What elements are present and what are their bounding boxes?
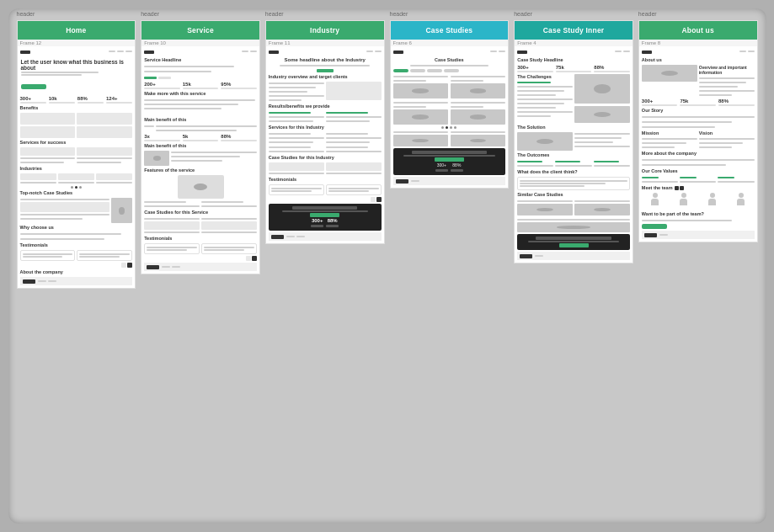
about-overview-title: Overview and important information (699, 65, 755, 75)
service-main-benefit-1: Main benefit of this (144, 117, 257, 122)
frame-case-studies: header Case Studies Frame 6 Case Studies (390, 20, 510, 189)
page-service: Service Frame 10 Service Headline (141, 20, 260, 274)
industry-results-title: Results/benefits we provide (269, 104, 382, 109)
cs-outcomes-title: The Outcomes (517, 152, 630, 157)
content-cs: Case Studies (391, 46, 509, 188)
main-container: header Home Frame 12 (8, 8, 766, 524)
about-more-title: More about the company (642, 151, 755, 156)
industry-testimonials-title: Testimonials (269, 177, 382, 182)
header-service: Service (141, 21, 259, 40)
cs-cta: 300+ 88% (393, 148, 506, 175)
frame-id-about: Frame 8 (639, 40, 757, 46)
frame-home: header Home Frame 12 (17, 20, 136, 289)
cs-inner-headline: Case Study Headline (517, 57, 630, 62)
service-headline: Service Headline (144, 57, 257, 62)
frame-label-about: header (638, 11, 657, 17)
header-home: Home (18, 21, 136, 40)
header-industry: Industry (266, 21, 384, 40)
content-industry: Some headline about the Industry Industr… (266, 46, 384, 243)
home-footer (20, 277, 133, 285)
industry-overview-title: Industry overview and target clients (269, 74, 382, 79)
service-main-benefit-2: Main benefit of this (144, 143, 257, 148)
frame-industry: header Industry Frame 11 Some headline a… (265, 20, 385, 244)
home-services-title: Services for success (20, 140, 133, 145)
header-case-studies: Case Studies (391, 21, 509, 40)
cs-client-title: What does the client think? (517, 169, 630, 174)
industry-cta: 300+ 88% (269, 204, 382, 231)
page-about: About us Frame 8 About us (638, 20, 758, 242)
cs-inner-footer (517, 252, 630, 260)
header-about: About us (639, 21, 757, 40)
cs-page-title: Case Studies (393, 57, 506, 62)
page-industry: Industry Frame 11 Some headline about th… (265, 20, 385, 244)
frame-label-cs-inner: header (514, 11, 532, 17)
about-values-title: Our Core Values (642, 168, 755, 173)
service-testimonials-title: Testimonials (144, 236, 257, 241)
team-member (728, 193, 755, 210)
cs-inner-cta (517, 234, 630, 250)
frame-label-cs: header (390, 11, 408, 17)
home-benefits-title: Benefits (20, 105, 133, 110)
home-testimonials-title: Testimonials (20, 242, 133, 247)
home-industries-title: Industries (20, 166, 133, 171)
team-member (699, 193, 726, 210)
service-features-title: Features of the service (144, 168, 257, 173)
home-about-title: About the company (20, 269, 133, 274)
page-home: Home Frame 12 Let the user (17, 20, 136, 289)
home-cs-title: Top-notch Case Studies (20, 190, 133, 195)
about-join-title: Want to be part of the team? (642, 211, 755, 216)
frame-id-service: Frame 10 (141, 40, 259, 46)
content-service: Service Headline 200+ 15k 95% Make more (141, 46, 259, 274)
service-footer (144, 263, 257, 271)
service-make-more: Make more with this service (144, 91, 257, 96)
content-home: Let the user know what this business is … (18, 46, 136, 288)
frame-about: header About us Frame 8 About us (638, 20, 758, 242)
about-footer (642, 231, 755, 239)
cs-footer (393, 177, 506, 185)
about-title: About us (642, 57, 755, 62)
industry-cs-title: Case Studies for this Industry (269, 155, 382, 160)
header-cs-inner: Case Study Inner (515, 21, 633, 40)
team-member (642, 193, 669, 210)
frame-label-service: header (141, 11, 159, 17)
industry-footer (269, 232, 382, 241)
industry-services-title: Services for this Industry (269, 125, 382, 130)
frame-id-industry: Frame 11 (266, 40, 384, 46)
content-cs-inner: Case Study Headline 300+ 75k 88% The Cha… (515, 46, 633, 263)
industry-headline: Some headline about the Industry (269, 57, 382, 62)
content-about: About us Overview and important informat… (639, 46, 757, 242)
cs-solution-title: The Solution (517, 125, 630, 130)
home-hero-title: Let the user know what this business is … (21, 59, 132, 71)
about-story-title: Our Story (642, 108, 755, 113)
frame-id-cs: Frame 6 (391, 40, 509, 46)
frame-label-industry: header (265, 11, 284, 17)
home-why-title: Why choose us (20, 225, 133, 230)
frame-cs-inner: header Case Study Inner Frame 4 Case Stu… (514, 20, 633, 263)
frame-id-home: Frame 12 (18, 40, 136, 46)
team-member (670, 193, 697, 210)
cs-similar-title: Similar Case Studies (517, 192, 630, 197)
service-cs-title: Case Studies for this Service (144, 210, 257, 215)
cs-challenges-title: The Challenges (517, 74, 573, 79)
about-mission-title: Mission (642, 130, 697, 136)
home-stats: 300+ 10k 88% 124+ (20, 96, 133, 104)
frame-label-home: header (17, 11, 35, 17)
frame-service: header Service Frame 10 Service Headline (141, 20, 260, 274)
page-case-studies: Case Studies Frame 6 Case Studies (390, 20, 510, 189)
frame-id-cs-inner: Frame 4 (515, 40, 633, 46)
page-cs-inner: Case Study Inner Frame 4 Case Study Head… (514, 20, 633, 263)
about-vision-title: Vision (699, 130, 755, 136)
about-team-title: Meet the team (642, 185, 673, 190)
